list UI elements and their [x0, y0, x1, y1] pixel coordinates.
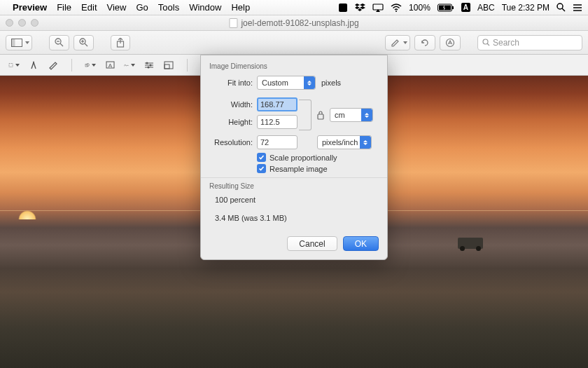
svg-text:A: A [108, 62, 112, 69]
dimension-unit-select[interactable]: cm [330, 108, 373, 122]
svg-rect-37 [164, 62, 173, 69]
battery-percent[interactable]: 100% [409, 3, 430, 13]
svg-rect-5 [452, 6, 454, 9]
window-title: joel-demott-91082-unsplash.jpg [241, 18, 358, 28]
select-stepper-icon [360, 136, 371, 149]
svg-point-26 [33, 62, 34, 63]
wifi-menu-icon[interactable] [391, 4, 402, 12]
resulting-size: 3.4 MB (was 3.1 MB) [215, 214, 379, 222]
highlight-button[interactable] [385, 35, 410, 50]
menu-help[interactable]: Help [231, 2, 250, 13]
markup-button[interactable] [440, 35, 461, 50]
instant-alpha-tool[interactable] [28, 60, 39, 71]
svg-point-23 [483, 39, 488, 44]
adjust-color-tool[interactable] [144, 60, 155, 71]
resolution-input[interactable]: 72 [257, 135, 298, 149]
svg-rect-38 [164, 64, 169, 69]
search-icon [482, 39, 490, 46]
app-menu[interactable]: Preview [13, 2, 47, 13]
system-menubar: Preview File Edit View Go Tools Window H… [0, 0, 588, 15]
search-placeholder: Search [493, 38, 519, 48]
resulting-percent: 100 percent [215, 196, 379, 204]
dropbox-menu-icon[interactable] [355, 3, 365, 12]
menu-go[interactable]: Go [136, 2, 148, 13]
svg-rect-1 [373, 4, 383, 10]
traffic-minimize[interactable] [18, 19, 26, 27]
svg-rect-25 [9, 63, 13, 67]
fit-into-label: Fit into: [209, 79, 253, 87]
traffic-close[interactable] [6, 19, 13, 27]
svg-point-36 [148, 66, 150, 68]
sign-tool[interactable] [124, 60, 135, 71]
select-stepper-icon [361, 109, 372, 121]
svg-rect-12 [12, 39, 15, 46]
lock-aspect-icon[interactable] [316, 110, 326, 120]
resample-image-checkbox[interactable]: Resample image [257, 164, 379, 173]
spotlight-icon[interactable] [556, 3, 566, 12]
adjust-size-dialog: Image Dimensions Fit into: Custom pixels… [200, 55, 388, 260]
svg-rect-0 [339, 4, 347, 12]
menu-file[interactable]: File [57, 2, 71, 13]
fit-into-select[interactable]: Custom [257, 76, 316, 90]
svg-line-7 [562, 8, 565, 11]
toolbar-search[interactable]: Search [477, 35, 582, 50]
image-content [458, 238, 483, 249]
resolution-unit-select[interactable]: pixels/inch [317, 135, 372, 149]
menu-window[interactable]: Window [189, 2, 221, 13]
selection-tool[interactable] [8, 60, 20, 71]
resample-image-label: Resample image [270, 165, 328, 173]
resolution-label: Resolution: [209, 138, 253, 146]
height-label: Height: [209, 118, 253, 126]
svg-point-6 [557, 4, 563, 9]
window-toolbar: Search [0, 31, 588, 55]
image-content [18, 210, 36, 219]
svg-point-2 [396, 11, 397, 12]
menu-view[interactable]: View [107, 2, 127, 13]
window-titlebar: joel-demott-91082-unsplash.jpg [0, 15, 588, 31]
input-source-indicator[interactable]: A [461, 3, 470, 12]
dimension-unit-value: cm [335, 111, 345, 119]
checkbox-checked-icon [257, 153, 266, 162]
svg-line-24 [487, 43, 489, 46]
scale-proportionally-label: Scale proportionally [270, 154, 337, 162]
lock-aspect-bracket [299, 100, 312, 130]
share-button[interactable] [111, 35, 130, 50]
height-input[interactable]: 112.5 [257, 115, 298, 129]
svg-point-35 [150, 64, 152, 66]
sidebar-view-button[interactable] [6, 35, 32, 50]
cancel-button[interactable]: Cancel [287, 236, 337, 251]
dialog-section-title: Image Dimensions [209, 62, 379, 70]
resolution-unit-value: pixels/inch [322, 138, 358, 146]
menu-edit[interactable]: Edit [81, 2, 97, 13]
adjust-size-tool[interactable] [163, 60, 174, 71]
select-stepper-icon [304, 76, 315, 89]
input-source-label[interactable]: ABC [477, 3, 495, 13]
width-label: Width: [209, 100, 253, 109]
battery-icon[interactable] [438, 4, 454, 12]
svg-rect-44 [318, 114, 323, 119]
scale-proportionally-checkbox[interactable]: Scale proportionally [257, 153, 379, 162]
zoom-in-button[interactable] [74, 35, 94, 50]
sketch-tool[interactable] [48, 60, 59, 71]
airplay-menu-icon[interactable] [372, 4, 384, 12]
document-proxy-icon[interactable] [229, 18, 237, 28]
width-input[interactable]: 168.77 [257, 97, 298, 111]
checkbox-checked-icon [257, 164, 266, 173]
svg-point-34 [146, 62, 148, 64]
text-tool[interactable]: A [104, 60, 115, 71]
quip-menu-icon[interactable] [338, 3, 348, 13]
zoom-out-button[interactable] [49, 35, 69, 50]
rotate-button[interactable] [414, 35, 435, 50]
fit-into-unit: pixels [321, 79, 341, 87]
fit-into-value: Custom [262, 79, 288, 87]
menubar-clock[interactable]: Tue 2:32 PM [502, 3, 550, 13]
svg-line-14 [60, 43, 63, 46]
svg-line-17 [85, 43, 88, 46]
traffic-zoom[interactable] [31, 19, 38, 27]
notification-center-icon[interactable] [573, 4, 582, 12]
menu-tools[interactable]: Tools [158, 2, 179, 13]
shapes-tool[interactable] [85, 60, 96, 71]
ok-button[interactable]: OK [343, 236, 379, 251]
dialog-section-title: Resulting Size [209, 182, 379, 190]
